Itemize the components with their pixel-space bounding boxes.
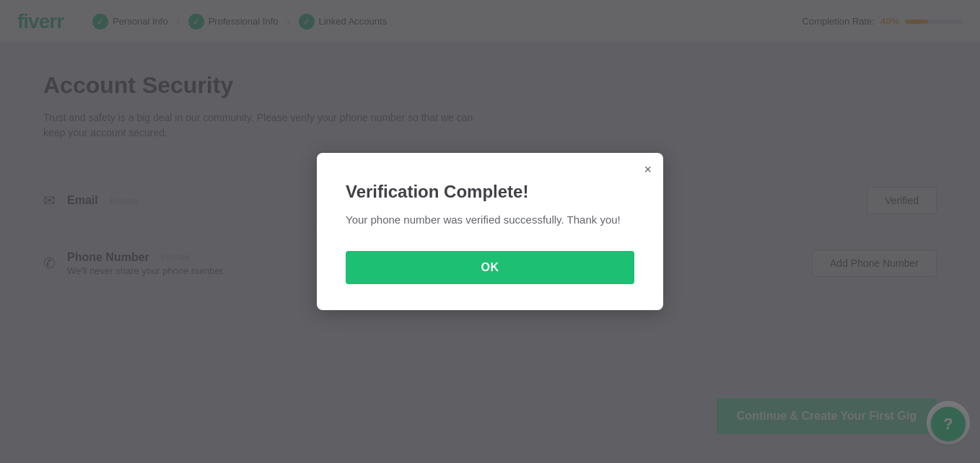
modal-close-button[interactable]: × <box>644 163 652 176</box>
modal-ok-button[interactable]: OK <box>346 251 634 284</box>
modal-message: Your phone number was verified successfu… <box>346 212 634 229</box>
modal-overlay: × Verification Complete! Your phone numb… <box>0 0 980 463</box>
verification-modal: × Verification Complete! Your phone numb… <box>317 153 663 311</box>
modal-title: Verification Complete! <box>346 182 634 202</box>
